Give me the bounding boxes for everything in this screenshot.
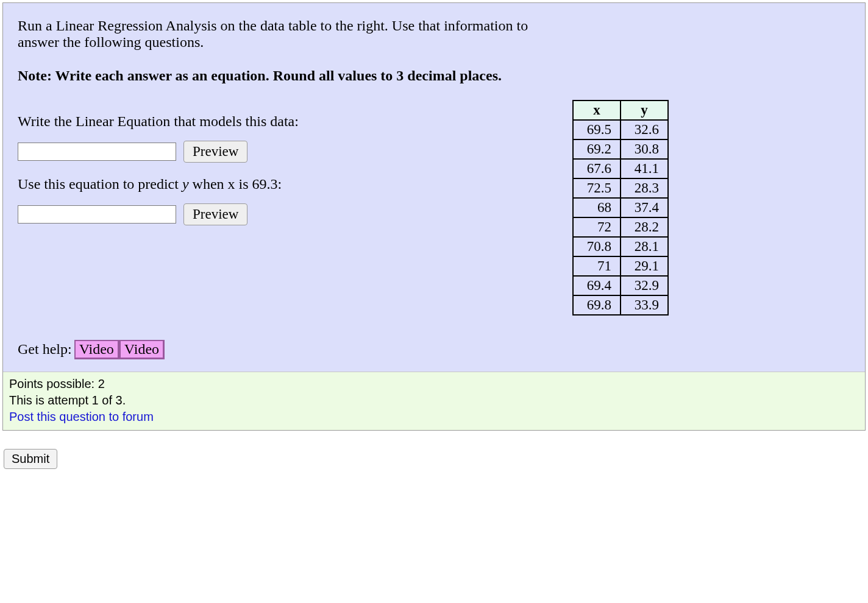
table-cell-x: 69.4 (573, 276, 621, 295)
table-row: 7129.1 (573, 256, 668, 276)
table-row: 69.230.8 (573, 139, 668, 159)
prompt-linear-equation: Write the Linear Equation that models th… (18, 113, 548, 130)
get-help-row: Get help: Video Video (18, 340, 850, 359)
table-cell-x: 68 (573, 198, 621, 217)
table-row: 6837.4 (573, 198, 668, 217)
predict-y-input[interactable] (18, 205, 176, 224)
prompt2-pre: Use this equation to predict (18, 176, 182, 192)
content-row: Write the Linear Equation that models th… (18, 100, 850, 316)
prompt2-var: y (182, 176, 189, 192)
table-cell-y: 32.9 (621, 276, 668, 295)
points-possible: Points possible: 2 (9, 376, 859, 392)
answer-row-1: Preview (18, 141, 548, 163)
table-cell-y: 29.1 (621, 256, 668, 276)
linear-equation-input[interactable] (18, 143, 176, 161)
table-cell-x: 70.8 (573, 237, 621, 256)
data-table-column: x y 69.532.669.230.867.641.172.528.36837… (572, 100, 669, 316)
question-note: Note: Write each answer as an equation. … (18, 68, 850, 84)
table-cell-y: 28.2 (621, 217, 668, 237)
table-cell-y: 28.3 (621, 178, 668, 198)
table-cell-y: 37.4 (621, 198, 668, 217)
submit-button[interactable]: Submit (4, 449, 57, 469)
table-cell-y: 30.8 (621, 139, 668, 159)
table-cell-y: 33.9 (621, 295, 668, 315)
answer-row-2: Preview (18, 203, 548, 225)
table-row: 70.828.1 (573, 237, 668, 256)
data-table: x y 69.532.669.230.867.641.172.528.36837… (572, 100, 669, 316)
question-body: Run a Linear Regression Analysis on the … (3, 3, 865, 372)
table-cell-x: 71 (573, 256, 621, 276)
table-cell-y: 32.6 (621, 120, 668, 139)
preview-button-2[interactable]: Preview (183, 203, 247, 225)
table-cell-x: 72.5 (573, 178, 621, 198)
table-row: 67.641.1 (573, 159, 668, 178)
question-intro: Run a Linear Regression Analysis on the … (18, 18, 554, 51)
table-row: 72.528.3 (573, 178, 668, 198)
get-help-label: Get help: (18, 341, 72, 357)
table-header-x: x (573, 100, 621, 120)
prompt2-post: when x is 69.3: (189, 176, 282, 192)
prompt-predict-y: Use this equation to predict y when x is… (18, 176, 548, 192)
table-cell-y: 28.1 (621, 237, 668, 256)
table-row: 69.432.9 (573, 276, 668, 295)
video-button-1[interactable]: Video (74, 340, 119, 359)
table-row: 69.532.6 (573, 120, 668, 139)
preview-button-1[interactable]: Preview (183, 141, 247, 163)
table-cell-x: 69.2 (573, 139, 621, 159)
attempt-info: This is attempt 1 of 3. (9, 392, 859, 409)
submit-area: Submit (0, 431, 868, 469)
post-to-forum-link[interactable]: Post this question to forum (9, 409, 859, 425)
answers-column: Write the Linear Equation that models th… (18, 100, 548, 239)
table-cell-x: 72 (573, 217, 621, 237)
table-row: 69.833.9 (573, 295, 668, 315)
footer-strip: Points possible: 2 This is attempt 1 of … (3, 372, 865, 430)
table-row: 7228.2 (573, 217, 668, 237)
table-cell-x: 69.5 (573, 120, 621, 139)
table-header-y: y (621, 100, 668, 120)
table-cell-x: 67.6 (573, 159, 621, 178)
video-button-2[interactable]: Video (119, 340, 165, 359)
table-cell-x: 69.8 (573, 295, 621, 315)
question-box: Run a Linear Regression Analysis on the … (2, 2, 866, 431)
table-cell-y: 41.1 (621, 159, 668, 178)
